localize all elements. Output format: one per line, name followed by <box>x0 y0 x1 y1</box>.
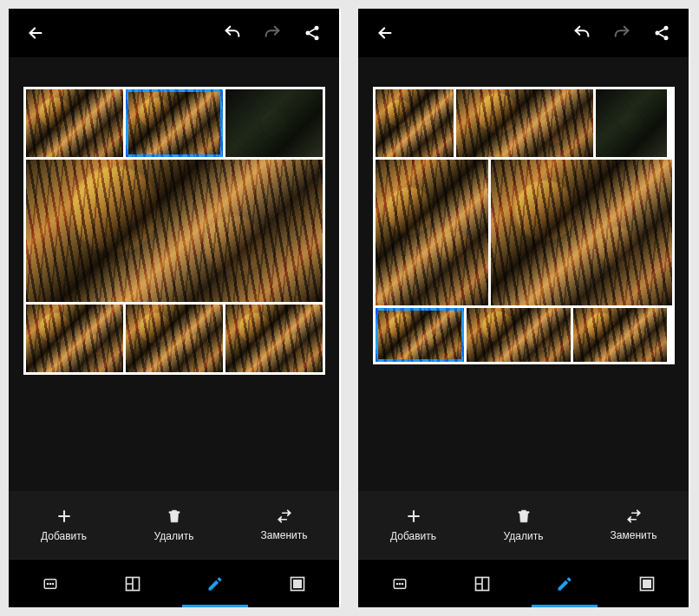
collage-cell[interactable] <box>491 160 672 305</box>
undo-button[interactable] <box>216 16 249 49</box>
collage <box>23 87 325 375</box>
undo-button[interactable] <box>565 16 598 49</box>
svg-point-16 <box>402 583 402 584</box>
collage-cell[interactable] <box>126 89 223 157</box>
layout-icon <box>474 575 491 593</box>
tab-aspect[interactable] <box>9 560 91 607</box>
collage-cell[interactable] <box>26 305 123 372</box>
tab-bar <box>358 559 689 607</box>
svg-point-1 <box>306 31 310 36</box>
plus-icon <box>56 508 73 525</box>
svg-point-12 <box>664 36 669 40</box>
svg-point-10 <box>664 26 669 30</box>
share-button[interactable] <box>296 16 329 49</box>
svg-point-0 <box>315 26 319 30</box>
delete-button[interactable]: Удалить <box>468 491 578 559</box>
svg-point-5 <box>49 583 50 584</box>
collage-cell[interactable] <box>225 89 323 157</box>
svg-point-2 <box>315 36 319 40</box>
tab-edit[interactable] <box>524 560 606 607</box>
aspect-icon <box>41 576 60 592</box>
canvas-area <box>358 57 689 491</box>
action-strip: Добавить Удалить Заменить <box>358 491 689 559</box>
tab-bar <box>9 559 339 607</box>
top-toolbar <box>9 9 339 57</box>
tab-border[interactable] <box>606 560 689 607</box>
collage-cell[interactable] <box>573 308 667 362</box>
trash-icon <box>516 508 532 525</box>
trash-icon <box>167 508 182 525</box>
collage-cell[interactable] <box>376 89 454 157</box>
tab-layout[interactable] <box>441 560 523 607</box>
tab-border[interactable] <box>257 560 339 607</box>
redo-button <box>605 16 638 49</box>
collage-cell[interactable] <box>376 160 488 305</box>
canvas-area <box>9 57 339 491</box>
svg-rect-19 <box>643 580 650 587</box>
collage-cell[interactable] <box>467 308 571 362</box>
aspect-icon <box>390 576 409 592</box>
share-button[interactable] <box>645 16 678 49</box>
back-button[interactable] <box>19 16 52 49</box>
tab-layout[interactable] <box>91 560 173 607</box>
top-toolbar <box>358 9 689 57</box>
svg-point-15 <box>399 583 400 584</box>
screen-left: Добавить Удалить Заменить <box>9 9 341 607</box>
action-strip: Добавить Удалить Заменить <box>9 491 339 559</box>
layout-icon <box>124 575 141 593</box>
screen-right: Добавить Удалить Заменить <box>358 9 690 607</box>
collage-cell[interactable] <box>26 160 323 302</box>
border-icon <box>638 575 656 593</box>
delete-label: Удалить <box>154 530 194 542</box>
collage-cell[interactable] <box>596 89 667 157</box>
collage-cell[interactable] <box>376 308 464 362</box>
border-icon <box>289 575 306 593</box>
collage-cell[interactable] <box>225 305 323 372</box>
collage-cell[interactable] <box>26 89 123 157</box>
replace-button[interactable]: Заменить <box>578 491 689 559</box>
collage <box>373 87 675 364</box>
tab-aspect[interactable] <box>358 560 441 607</box>
swap-icon <box>275 508 294 524</box>
delete-label: Удалить <box>504 530 544 542</box>
back-button[interactable] <box>369 16 402 49</box>
svg-point-14 <box>396 583 397 584</box>
swap-icon <box>624 508 643 524</box>
pencil-icon <box>556 575 573 593</box>
collage-cell[interactable] <box>126 305 223 372</box>
delete-button[interactable]: Удалить <box>119 491 229 559</box>
replace-label: Заменить <box>611 529 657 541</box>
add-button[interactable]: Добавить <box>9 491 119 559</box>
svg-point-4 <box>47 583 48 584</box>
svg-point-11 <box>656 31 660 36</box>
svg-point-6 <box>52 583 53 584</box>
redo-button <box>256 16 289 49</box>
add-button[interactable]: Добавить <box>358 491 468 559</box>
replace-button[interactable]: Заменить <box>229 491 339 559</box>
collage-cell[interactable] <box>456 89 593 157</box>
add-label: Добавить <box>390 530 436 542</box>
tab-edit[interactable] <box>174 560 257 607</box>
add-label: Добавить <box>41 530 87 542</box>
svg-rect-9 <box>294 580 301 587</box>
replace-label: Заменить <box>261 529 308 541</box>
pencil-icon <box>206 575 224 593</box>
plus-icon <box>405 508 422 525</box>
